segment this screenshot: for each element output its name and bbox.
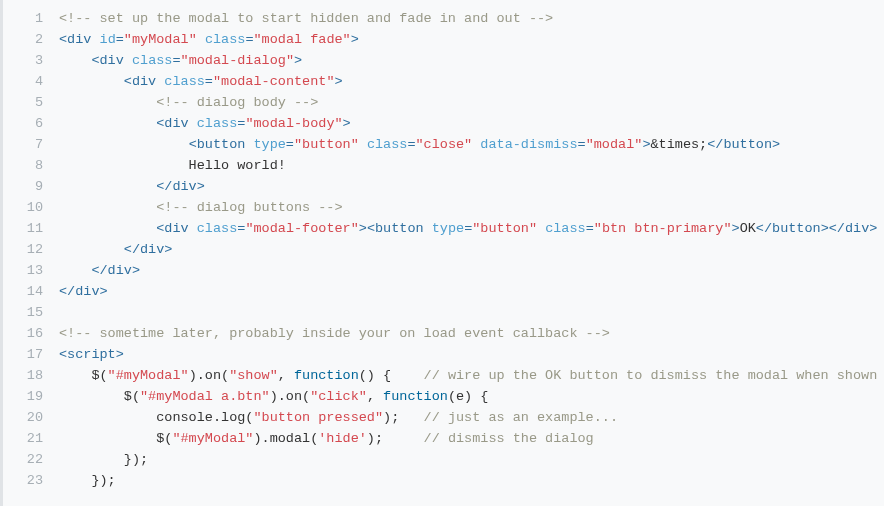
- token-x: [91, 32, 99, 47]
- code-line[interactable]: });: [59, 449, 884, 470]
- token-p: =: [245, 32, 253, 47]
- token-k: function: [383, 389, 448, 404]
- code-line[interactable]: $("#myModal").modal('hide'); // dismiss …: [59, 428, 884, 449]
- line-number: 14: [3, 281, 43, 302]
- token-v: "button": [472, 221, 537, 236]
- code-line[interactable]: <!-- dialog body -->: [59, 92, 884, 113]
- token-p: <: [59, 347, 67, 362]
- line-number: 4: [3, 71, 43, 92]
- token-x: [424, 221, 432, 236]
- token-v: "btn btn-primary": [594, 221, 732, 236]
- token-t: div: [100, 53, 124, 68]
- token-x: console.log(: [59, 410, 253, 425]
- token-x: ).modal(: [253, 431, 318, 446]
- token-p: </: [59, 284, 75, 299]
- token-t: div: [67, 32, 91, 47]
- code-line[interactable]: <div class="modal-dialog">: [59, 50, 884, 71]
- token-p: >: [869, 221, 877, 236]
- token-p: =: [172, 53, 180, 68]
- token-x: [59, 221, 156, 236]
- token-a: type: [253, 137, 285, 152]
- line-number: 2: [3, 29, 43, 50]
- code-line[interactable]: <!-- sometime later, probably inside you…: [59, 323, 884, 344]
- token-p: >: [132, 263, 140, 278]
- code-line[interactable]: </div>: [59, 281, 884, 302]
- token-c: <!-- dialog body -->: [156, 95, 318, 110]
- token-t: script: [67, 347, 116, 362]
- token-a: class: [545, 221, 586, 236]
- token-p: <: [124, 74, 132, 89]
- token-v: "button": [294, 137, 359, 152]
- token-v: "modal-footer": [245, 221, 358, 236]
- token-a: id: [100, 32, 116, 47]
- token-p: >: [642, 137, 650, 152]
- token-x: ,: [278, 368, 294, 383]
- token-k: function: [294, 368, 359, 383]
- token-x: Hello world!: [59, 158, 286, 173]
- line-number: 6: [3, 113, 43, 134]
- token-p: >: [197, 179, 205, 194]
- token-t: div: [164, 116, 188, 131]
- token-v: "modal-body": [245, 116, 342, 131]
- token-v: 'hide': [318, 431, 367, 446]
- token-t: div: [132, 74, 156, 89]
- code-line[interactable]: console.log("button pressed"); // just a…: [59, 407, 884, 428]
- token-p: >: [343, 116, 351, 131]
- token-a: class: [197, 116, 238, 131]
- line-number: 13: [3, 260, 43, 281]
- token-x: (e) {: [448, 389, 489, 404]
- token-p: </: [707, 137, 723, 152]
- code-line[interactable]: $("#myModal a.btn").on("click", function…: [59, 386, 884, 407]
- token-v: "close": [416, 137, 473, 152]
- code-line[interactable]: </div>: [59, 260, 884, 281]
- token-x: );: [367, 431, 424, 446]
- code-line[interactable]: <button type="button" class="close" data…: [59, 134, 884, 155]
- token-x: });: [59, 473, 116, 488]
- token-a: class: [197, 221, 238, 236]
- token-a: class: [367, 137, 408, 152]
- line-number: 18: [3, 365, 43, 386]
- token-x: &times;: [651, 137, 708, 152]
- token-a: class: [164, 74, 205, 89]
- code-line[interactable]: <div class="modal-content">: [59, 71, 884, 92]
- token-v: "modal": [586, 137, 643, 152]
- token-v: "modal-content": [213, 74, 335, 89]
- code-line[interactable]: $("#myModal").on("show", function() { //…: [59, 365, 884, 386]
- code-line[interactable]: <!-- set up the modal to start hidden an…: [59, 8, 884, 29]
- code-line[interactable]: Hello world!: [59, 155, 884, 176]
- line-number: 17: [3, 344, 43, 365]
- code-line[interactable]: </div>: [59, 239, 884, 260]
- code-line[interactable]: <script>: [59, 344, 884, 365]
- token-x: [59, 242, 124, 257]
- code-area[interactable]: <!-- set up the modal to start hidden an…: [53, 0, 884, 506]
- line-number: 7: [3, 134, 43, 155]
- line-number: 5: [3, 92, 43, 113]
- token-p: =: [116, 32, 124, 47]
- code-line[interactable]: });: [59, 470, 884, 491]
- token-v: "click": [310, 389, 367, 404]
- line-number: 3: [3, 50, 43, 71]
- token-p: <: [189, 137, 197, 152]
- token-t: div: [108, 263, 132, 278]
- token-p: >: [294, 53, 302, 68]
- line-number: 22: [3, 449, 43, 470]
- code-line[interactable]: <div id="myModal" class="modal fade">: [59, 29, 884, 50]
- code-line[interactable]: <div class="modal-body">: [59, 113, 884, 134]
- code-line[interactable]: </div>: [59, 176, 884, 197]
- token-p: <: [59, 32, 67, 47]
- token-v: "#myModal": [108, 368, 189, 383]
- code-line[interactable]: <div class="modal-footer"><button type="…: [59, 218, 884, 239]
- token-c: // wire up the OK button to dismiss the …: [424, 368, 878, 383]
- token-c: <!-- set up the modal to start hidden an…: [59, 11, 553, 26]
- token-x: [189, 116, 197, 131]
- token-v: "#myModal a.btn": [140, 389, 270, 404]
- token-p: =: [586, 221, 594, 236]
- token-c: <!-- sometime later, probably inside you…: [59, 326, 610, 341]
- token-c: <!-- dialog buttons -->: [156, 200, 342, 215]
- code-line[interactable]: <!-- dialog buttons -->: [59, 197, 884, 218]
- code-line[interactable]: [59, 302, 884, 323]
- token-t: div: [164, 221, 188, 236]
- token-x: [59, 53, 91, 68]
- token-x: ).on(: [189, 368, 230, 383]
- line-number: 20: [3, 407, 43, 428]
